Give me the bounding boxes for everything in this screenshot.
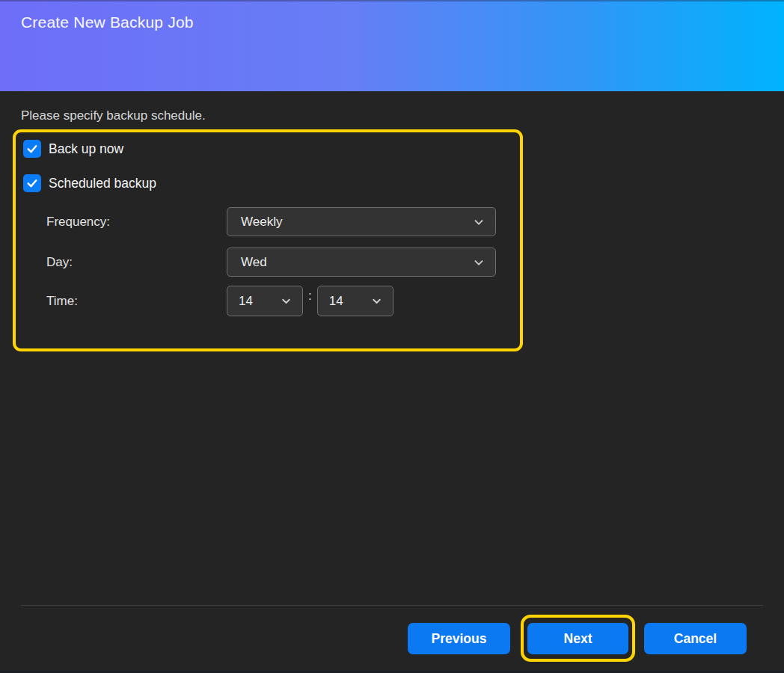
chevron-down-icon bbox=[472, 256, 486, 269]
footer-divider bbox=[21, 605, 763, 606]
time-hour-value: 14 bbox=[239, 294, 253, 309]
check-icon bbox=[25, 176, 39, 190]
time-separator: : bbox=[308, 286, 312, 307]
backup-now-row: Back up now bbox=[23, 140, 123, 158]
frequency-label: Frequency: bbox=[46, 215, 227, 230]
chevron-down-icon bbox=[280, 295, 293, 307]
check-icon bbox=[25, 142, 39, 156]
instruction-text: Please specify backup schedule. bbox=[21, 108, 206, 123]
previous-button[interactable]: Previous bbox=[408, 623, 510, 654]
time-minute-value: 14 bbox=[329, 294, 343, 309]
backup-now-checkbox[interactable] bbox=[23, 140, 41, 158]
day-row: Day: Wed bbox=[46, 248, 496, 277]
chevron-down-icon bbox=[370, 295, 383, 307]
cancel-button[interactable]: Cancel bbox=[644, 623, 747, 654]
backup-now-label: Back up now bbox=[49, 141, 123, 157]
frequency-select-value: Weekly bbox=[241, 215, 282, 230]
time-label: Time: bbox=[46, 294, 227, 309]
next-button[interactable]: Next bbox=[527, 623, 628, 654]
day-select[interactable]: Wed bbox=[227, 248, 496, 277]
scheduled-backup-row: Scheduled backup bbox=[23, 174, 156, 192]
chevron-down-icon bbox=[472, 215, 486, 229]
day-label: Day: bbox=[46, 255, 227, 270]
time-hour-select[interactable]: 14 bbox=[227, 286, 303, 316]
schedule-highlight-box bbox=[13, 129, 523, 351]
dialog-header: Create New Backup Job bbox=[0, 0, 784, 91]
time-row: Time: 14 : 14 bbox=[46, 286, 393, 316]
time-minute-select[interactable]: 14 bbox=[317, 286, 393, 316]
scheduled-backup-label: Scheduled backup bbox=[49, 176, 156, 191]
dialog-title: Create New Backup Job bbox=[21, 13, 194, 31]
frequency-select[interactable]: Weekly bbox=[227, 207, 496, 236]
day-select-value: Wed bbox=[241, 255, 267, 270]
scheduled-backup-checkbox[interactable] bbox=[23, 174, 41, 192]
frequency-row: Frequency: Weekly bbox=[46, 207, 496, 236]
create-backup-job-dialog: Create New Backup Job Please specify bac… bbox=[0, 0, 784, 673]
